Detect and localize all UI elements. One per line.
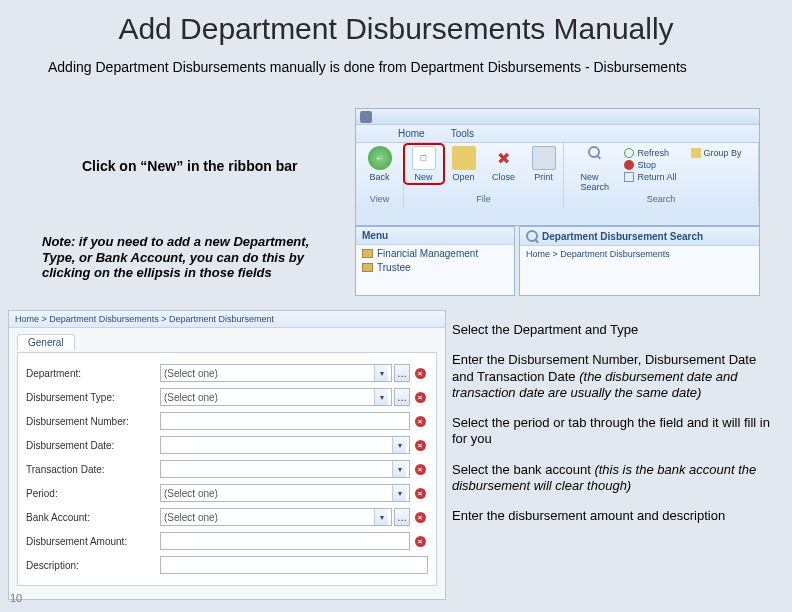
bank-ellipsis-button[interactable]: … (394, 508, 410, 526)
number-clear-button[interactable]: × (412, 412, 428, 430)
tab-tools[interactable]: Tools (451, 128, 474, 139)
txn-date-field[interactable]: ▾ (160, 460, 410, 478)
back-label: Back (369, 172, 389, 182)
type-clear-button[interactable]: × (412, 388, 428, 406)
instruction-5: Enter the disbursement amount and descri… (452, 508, 780, 524)
stop-button[interactable]: Stop (624, 160, 676, 170)
amount-field[interactable] (160, 532, 410, 550)
menu-pane: Menu Financial Management Trustee (355, 226, 515, 296)
menu-item-label: Financial Management (377, 248, 478, 259)
new-button[interactable]: □ New (406, 146, 442, 182)
department-ellipsis-button[interactable]: … (394, 364, 410, 382)
new-document-icon: □ (412, 146, 436, 170)
ribbon-group-search: New Search Refresh Stop Return All Group… (564, 143, 759, 207)
row-period: Period: (Select one)▾ × (26, 481, 428, 505)
ribbon-group-view: ← Back View (356, 143, 404, 207)
delete-icon: × (415, 488, 426, 499)
period-clear-button[interactable]: × (412, 484, 428, 502)
group-by-label: Group By (704, 148, 742, 158)
app-logo-icon (360, 111, 372, 123)
menu-item-financial[interactable]: Financial Management (362, 248, 508, 259)
bank-clear-button[interactable]: × (412, 508, 428, 526)
folder-icon (362, 263, 373, 272)
type-ellipsis-button[interactable]: … (394, 388, 410, 406)
refresh-button[interactable]: Refresh (624, 148, 676, 158)
new-search-button[interactable]: New Search (580, 146, 620, 192)
chevron-down-icon: ▾ (374, 509, 388, 525)
row-amount: Disbursement Amount: × (26, 529, 428, 553)
open-button[interactable]: Open (446, 146, 482, 182)
new-search-label: New Search (580, 172, 620, 192)
search-pane-header: Department Disbursement Search (520, 227, 759, 246)
row-description: Description: (26, 553, 428, 577)
instruction-4a: Select the bank account (452, 462, 594, 477)
search-pane-title: Department Disbursement Search (542, 231, 703, 242)
close-button[interactable]: ✖ Close (486, 146, 522, 182)
department-clear-button[interactable]: × (412, 364, 428, 382)
lower-panes: Menu Financial Management Trustee Depart… (355, 226, 760, 296)
row-department: Department: (Select one)▾ … × (26, 361, 428, 385)
menu-header: Menu (356, 227, 514, 245)
desc-field[interactable] (160, 556, 428, 574)
close-icon: ✖ (492, 146, 516, 170)
form-breadcrumb[interactable]: Home > Department Disbursements > Depart… (9, 311, 445, 328)
form-body: Department: (Select one)▾ … × Disburseme… (17, 352, 437, 586)
ribbon-group-file: □ New Open ✖ Close Print File (404, 143, 564, 207)
tab-home[interactable]: Home (398, 128, 425, 139)
date-field[interactable]: ▾ (160, 436, 410, 454)
group-by-icon (691, 148, 701, 158)
instruction-1: Select the Department and Type (452, 322, 780, 338)
type-field[interactable]: (Select one)▾ (160, 388, 392, 406)
type-value: (Select one) (164, 392, 218, 403)
txn-date-clear-button[interactable]: × (412, 460, 428, 478)
department-value: (Select one) (164, 368, 218, 379)
number-field[interactable] (160, 412, 410, 430)
search-icon (588, 146, 612, 170)
menu-item-label: Trustee (377, 262, 411, 273)
breadcrumb[interactable]: Home > Department Disbursements (526, 249, 753, 259)
delete-icon: × (415, 440, 426, 451)
group-by-button[interactable]: Group By (691, 148, 742, 158)
delete-icon: × (415, 392, 426, 403)
label-desc: Description: (26, 560, 154, 571)
refresh-icon (624, 148, 634, 158)
period-field[interactable]: (Select one)▾ (160, 484, 410, 502)
row-disbursement-number: Disbursement Number: × (26, 409, 428, 433)
delete-icon: × (415, 416, 426, 427)
close-label: Close (492, 172, 515, 182)
print-button[interactable]: Print (526, 146, 562, 182)
open-label: Open (452, 172, 474, 182)
period-value: (Select one) (164, 488, 218, 499)
bank-value: (Select one) (164, 512, 218, 523)
search-options-2: Group By (691, 146, 742, 158)
delete-icon: × (415, 536, 426, 547)
date-clear-button[interactable]: × (412, 436, 428, 454)
row-transaction-date: Transaction Date: ▾ × (26, 457, 428, 481)
search-icon (526, 230, 538, 242)
tab-general[interactable]: General (17, 334, 75, 350)
bank-field[interactable]: (Select one)▾ (160, 508, 392, 526)
folder-icon (362, 249, 373, 258)
dept-disbursement-search-pane: Department Disbursement Search Home > De… (519, 226, 760, 296)
print-label: Print (534, 172, 553, 182)
amount-clear-button[interactable]: × (412, 532, 428, 550)
intro-text: Adding Department Disbursements manually… (0, 52, 792, 76)
label-amount: Disbursement Amount: (26, 536, 154, 547)
back-button[interactable]: ← Back (362, 146, 398, 182)
note-text: Note: if you need to add a new Departmen… (42, 234, 342, 281)
back-arrow-icon: ← (368, 146, 392, 170)
department-field[interactable]: (Select one)▾ (160, 364, 392, 382)
menu-item-trustee[interactable]: Trustee (362, 262, 508, 273)
checkbox-icon (624, 172, 634, 182)
search-options: Refresh Stop Return All (624, 146, 676, 182)
print-icon (532, 146, 556, 170)
label-number: Disbursement Number: (26, 416, 154, 427)
page-title: Add Department Disbursements Manually (0, 0, 792, 52)
chevron-down-icon: ▾ (374, 389, 388, 405)
chevron-down-icon: ▾ (392, 485, 406, 501)
row-bank-account: Bank Account: (Select one)▾ … × (26, 505, 428, 529)
label-department: Department: (26, 368, 154, 379)
delete-icon: × (415, 464, 426, 475)
return-all-checkbox[interactable]: Return All (624, 172, 676, 182)
form-tabs: General (9, 328, 445, 352)
